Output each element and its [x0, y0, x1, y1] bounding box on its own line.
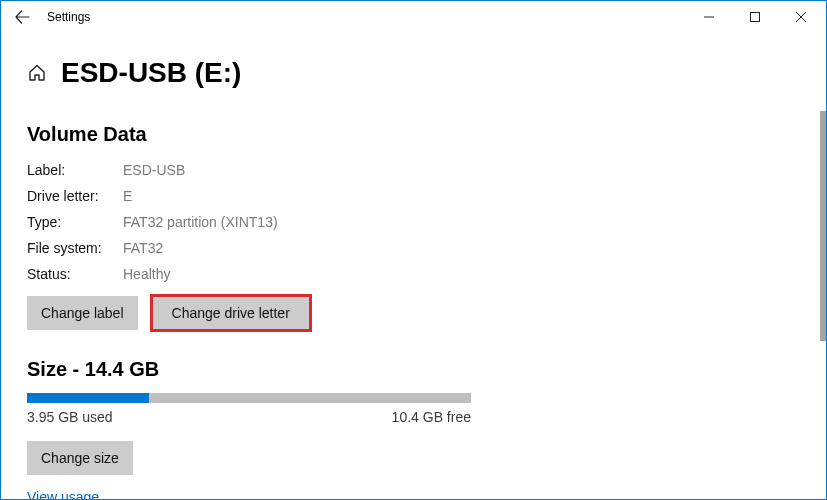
volume-data-grid: Label: ESD-USB Drive letter: E Type: FAT… — [27, 162, 800, 282]
size-heading: Size - 14.4 GB — [27, 358, 800, 381]
drive-letter-label: Drive letter: — [27, 188, 123, 204]
drive-letter-value: E — [123, 188, 800, 204]
page-header: ESD-USB (E:) — [27, 57, 800, 89]
maximize-icon — [750, 12, 760, 22]
home-icon — [27, 63, 47, 83]
type-label: Type: — [27, 214, 123, 230]
maximize-button[interactable] — [732, 1, 778, 33]
change-drive-letter-button[interactable]: Change drive letter — [152, 296, 310, 330]
volume-data-heading: Volume Data — [27, 123, 800, 146]
close-icon — [796, 12, 806, 22]
svg-rect-0 — [751, 13, 760, 22]
change-size-button[interactable]: Change size — [27, 441, 133, 475]
label-value: ESD-USB — [123, 162, 800, 178]
back-button[interactable] — [1, 1, 43, 33]
size-progress-bar — [27, 393, 471, 403]
status-value: Healthy — [123, 266, 800, 282]
view-usage-link[interactable]: View usage — [27, 489, 99, 500]
change-label-button[interactable]: Change label — [27, 296, 138, 330]
size-used-label: 3.95 GB used — [27, 409, 113, 425]
volume-buttons-row: Change label Change drive letter — [27, 296, 800, 330]
label-label: Label: — [27, 162, 123, 178]
window-title: Settings — [47, 10, 90, 24]
titlebar: Settings — [1, 1, 826, 33]
filesystem-label: File system: — [27, 240, 123, 256]
arrow-left-icon — [14, 9, 30, 25]
type-value: FAT32 partition (XINT13) — [123, 214, 800, 230]
minimize-icon — [704, 12, 714, 22]
size-progress-fill — [27, 393, 149, 403]
page-title: ESD-USB (E:) — [61, 57, 241, 89]
status-label: Status: — [27, 266, 123, 282]
filesystem-value: FAT32 — [123, 240, 800, 256]
size-labels: 3.95 GB used 10.4 GB free — [27, 409, 471, 425]
content-area: ESD-USB (E:) Volume Data Label: ESD-USB … — [1, 33, 826, 500]
close-button[interactable] — [778, 1, 824, 33]
scrollbar-thumb[interactable] — [820, 111, 826, 341]
minimize-button[interactable] — [686, 1, 732, 33]
size-free-label: 10.4 GB free — [392, 409, 471, 425]
